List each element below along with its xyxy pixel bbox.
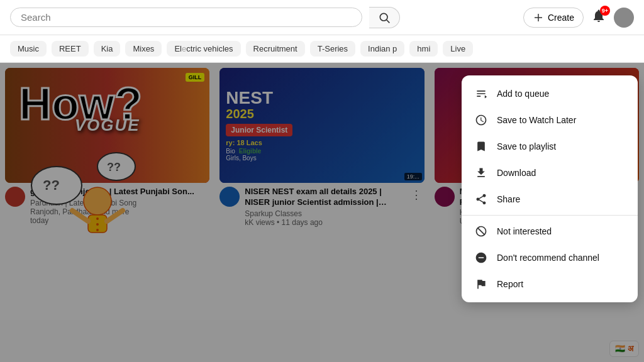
menu-item-add-to-queue[interactable]: Add to queue <box>462 80 638 107</box>
not-interested-label: Not interested <box>497 226 552 236</box>
create-label: Create <box>548 13 574 23</box>
svg-point-0 <box>380 13 387 21</box>
notification-button[interactable]: 9+ <box>591 8 606 26</box>
header-right: Create 9+ <box>523 8 634 28</box>
menu-item-not-interested[interactable]: Not interested <box>462 218 638 244</box>
svg-line-1 <box>387 19 390 23</box>
menu-item-save-playlist[interactable]: Save to playlist <box>462 133 638 160</box>
chip-electric-vehicles[interactable]: Electric vehicles <box>167 41 240 57</box>
create-icon <box>533 12 544 23</box>
search-input[interactable]: Search <box>21 12 352 23</box>
bookmark-icon <box>474 140 488 153</box>
report-label: Report <box>497 279 523 289</box>
add-to-queue-label: Add to queue <box>497 89 549 99</box>
watch-later-label: Save to Watch Later <box>497 115 576 125</box>
menu-item-report[interactable]: Report <box>462 271 638 297</box>
menu-item-download[interactable]: Download <box>462 160 638 186</box>
chip-music[interactable]: Music <box>10 41 47 57</box>
create-button[interactable]: Create <box>523 8 584 28</box>
menu-item-share[interactable]: Share <box>462 186 638 212</box>
search-icon <box>378 11 391 24</box>
chip-hmi[interactable]: hmi <box>409 41 438 57</box>
svg-marker-14 <box>485 96 487 99</box>
download-label: Download <box>497 168 536 178</box>
menu-item-dont-recommend[interactable]: Don't recommend channel <box>462 244 638 271</box>
clock-icon <box>474 113 488 127</box>
chips-row: Music REET Kia Mixes Electric vehicles R… <box>0 35 644 63</box>
queue-icon <box>474 87 488 101</box>
dont-recommend-label: Don't recommend channel <box>497 253 599 263</box>
chip-tseries[interactable]: T-Series <box>310 41 355 57</box>
share-icon <box>474 192 488 206</box>
chip-reet[interactable]: REET <box>52 41 89 57</box>
save-playlist-label: Save to playlist <box>497 141 556 151</box>
download-icon <box>474 166 488 180</box>
chip-live[interactable]: Live <box>443 41 473 57</box>
menu-divider <box>462 215 638 216</box>
search-button[interactable] <box>369 7 400 28</box>
share-label: Share <box>497 194 520 204</box>
menu-item-watch-later[interactable]: Save to Watch Later <box>462 107 638 133</box>
avatar[interactable] <box>614 8 634 28</box>
notification-badge: 9+ <box>600 6 610 16</box>
chip-indian[interactable]: Indian p <box>360 41 404 57</box>
flag-icon <box>474 277 488 291</box>
chip-kia[interactable]: Kia <box>94 41 121 57</box>
context-menu: Add to queue Save to Watch Later Save to… <box>462 75 638 302</box>
search-bar-container: Search <box>10 8 362 27</box>
chip-recruitment[interactable]: Recruitment <box>246 41 305 57</box>
minus-circle-icon <box>474 251 488 265</box>
not-interested-icon <box>474 224 488 238</box>
main-content: VOGUE GILL gue - Gill Ranjodh... | Lates… <box>0 63 644 362</box>
chip-mixes[interactable]: Mixes <box>125 41 162 57</box>
header: Search Create 9+ <box>0 0 644 35</box>
